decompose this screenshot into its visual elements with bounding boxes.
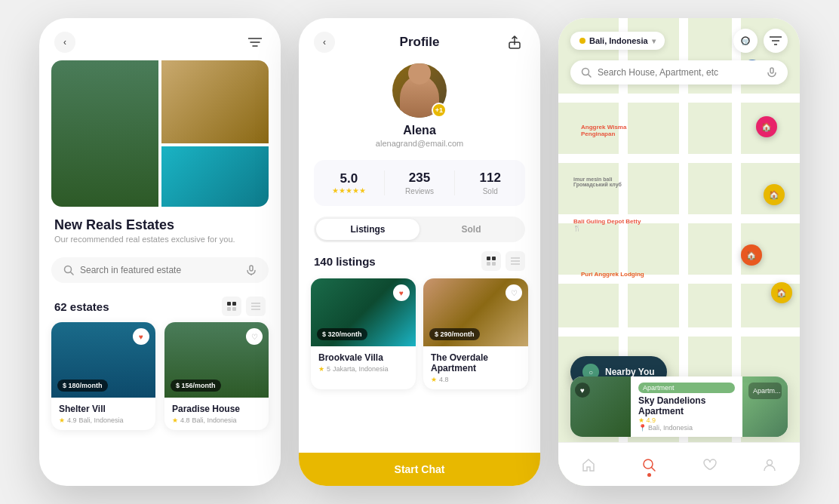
view-toggle [222, 297, 266, 316]
map-search-bar[interactable] [570, 60, 788, 85]
user-name: Alena [403, 124, 436, 137]
svg-rect-18 [492, 262, 496, 266]
svg-text:🛒: 🛒 [742, 37, 751, 46]
favorite-button[interactable]: ♡ [246, 328, 263, 345]
property-card-shelter[interactable]: $ 180/month ♥ Shelter Vill ★ 4.9 Bali, I… [51, 322, 155, 430]
favorite-button[interactable]: ♥ [393, 284, 410, 301]
tab-sold[interactable]: Sold [420, 219, 523, 240]
favorite-button[interactable]: ♥ [133, 328, 149, 345]
profile-title: Profile [400, 35, 440, 50]
location: Jakarta, Indonesia [333, 365, 389, 373]
search-bar[interactable] [51, 257, 269, 283]
rating: 5 [327, 365, 330, 373]
search-input[interactable] [80, 265, 240, 275]
card-image-shelter: $ 180/month ♥ [51, 322, 155, 398]
section-subtitle: Our recommended real estates exclusive f… [39, 235, 281, 251]
chevron-down-icon: ▾ [652, 37, 656, 45]
microphone-icon [246, 265, 257, 275]
card-body: Shelter Vill ★ 4.9 Bali, Indonesia [51, 398, 155, 430]
nav-home[interactable] [572, 448, 605, 481]
location: Bali, Indonesia [192, 416, 237, 424]
svg-rect-17 [487, 262, 490, 266]
rating-stars: ★★★★★ [332, 186, 366, 195]
listing-card-brookvale[interactable]: $ 320/month ♥ Brookvale Villa ★ 5 Jakart… [311, 278, 416, 389]
location-pill[interactable]: Bali, Indonesia ▾ [570, 32, 665, 50]
listings-grid: $ 320/month ♥ Brookvale Villa ★ 5 Jakart… [299, 278, 540, 389]
avatar-badge: +1 [432, 103, 447, 118]
map-label-mesin: imur mesin bali Громадський клуб [573, 177, 641, 187]
card-body: Paradise House ★ 4.8 Bali, Indonesia [164, 398, 269, 430]
map-card-body: Apartment Sky Dandelions Apartment ★ 4.9… [631, 376, 742, 437]
map-overlay-top: Bali, Indonesia ▾ 🛒 [558, 18, 800, 92]
favorite-button[interactable]: ♡ [506, 284, 522, 301]
location-label: Bali, Indonesia [589, 36, 648, 45]
price-tag: $ 180/month [57, 380, 108, 392]
notification-button[interactable]: 🛒 [733, 29, 758, 53]
card-body: The Overdale Apartment ★ 4.8 [423, 346, 528, 389]
sold-label: Sold [483, 187, 498, 195]
search-icon [581, 67, 592, 78]
list-view-btn[interactable] [506, 251, 525, 271]
svg-line-28 [589, 75, 592, 78]
section-title: New Reals Estates [39, 207, 281, 235]
rating: 4.8 [439, 376, 449, 383]
microphone-icon [767, 67, 777, 78]
hero-images [51, 60, 269, 207]
listing-image-overdale: $ 290/month ♡ [423, 278, 528, 346]
svg-line-31 [652, 467, 656, 471]
map-search-input[interactable] [598, 67, 761, 78]
map-pin-yellow-1[interactable]: 🏠 [764, 184, 785, 205]
map-pin-pink-1[interactable]: 🏠 [756, 116, 777, 137]
back-button[interactable]: ‹ [314, 32, 335, 53]
filter-button[interactable] [244, 32, 266, 53]
map-card-next-image: Apartm... [742, 376, 788, 437]
map-label-puri: Puri Anggrek Lodging [581, 271, 644, 278]
star-icon: ★ [431, 376, 437, 383]
grid-view-button[interactable] [222, 297, 241, 316]
grid-view-btn[interactable] [481, 251, 501, 271]
map-pin-orange-1[interactable]: 🏠 [741, 244, 762, 266]
list-view-button[interactable] [246, 297, 266, 316]
map-pin-yellow-2[interactable]: 🏠 [771, 282, 792, 303]
listings-count: 140 listings [314, 255, 376, 268]
back-button[interactable]: ‹ [54, 32, 75, 53]
nav-profile[interactable] [753, 448, 786, 481]
share-button[interactable] [504, 32, 525, 53]
price-tag: $ 156/month [171, 380, 221, 392]
reviews-count: 235 [409, 171, 430, 186]
property-tag: Apartment [638, 383, 735, 393]
map-label-guling: Bali Guling Depot Betty 🍴 [573, 218, 649, 232]
map-property-card[interactable]: ♥ Apartment Sky Dandelions Apartment ★ 4… [570, 376, 788, 437]
star-icon: ★ [172, 416, 178, 424]
next-image-bg: Apartm... [742, 383, 788, 437]
property-cards: $ 180/month ♥ Shelter Vill ★ 4.9 Bali, I… [39, 322, 281, 430]
start-chat-button[interactable]: Start Chat [299, 453, 540, 486]
reviews-label: Reviews [405, 187, 434, 195]
avatar-wrap: +1 [392, 63, 447, 118]
filter-button[interactable] [764, 29, 788, 53]
star-icon: ★ [59, 416, 65, 424]
map-top-icons: 🛒 [733, 29, 788, 53]
nav-search[interactable] [632, 448, 665, 481]
bottom-nav [558, 442, 800, 486]
listing-card-overdale[interactable]: $ 290/month ♡ The Overdale Apartment ★ 4… [423, 278, 528, 389]
back-icon: ‹ [63, 37, 66, 48]
listing-meta: ★ 5 Jakarta, Indonesia [318, 365, 408, 373]
property-card-paradise[interactable]: $ 156/month ♡ Paradise House ★ 4.8 Bali,… [164, 322, 269, 430]
card-body: Brookvale Villa ★ 5 Jakarta, Indonesia [311, 346, 416, 379]
property-name: Shelter Vill [59, 404, 148, 414]
location: Bali, Indonesia [79, 416, 124, 424]
tab-listings[interactable]: Listings [316, 219, 420, 240]
rating: 4.8 [180, 416, 190, 424]
tab-row: Listings Sold [314, 217, 525, 242]
svg-rect-15 [487, 257, 490, 260]
nav-favorites[interactable] [693, 448, 726, 481]
phone-1-real-estates: ‹ New Reals Estates Our recommended real… [39, 18, 281, 486]
phone1-top-bar: ‹ [39, 18, 281, 60]
phone2-top-bar: ‹ Profile [299, 18, 540, 57]
heart-icon: ♥ [575, 383, 590, 398]
phone-2-profile: ‹ Profile +1 Alena alenagrand@email.com … [299, 18, 540, 486]
price-tag: $ 290/month [429, 328, 480, 340]
svg-line-4 [71, 272, 74, 275]
property-location: 📍 Bali, Indonesia [638, 424, 735, 432]
